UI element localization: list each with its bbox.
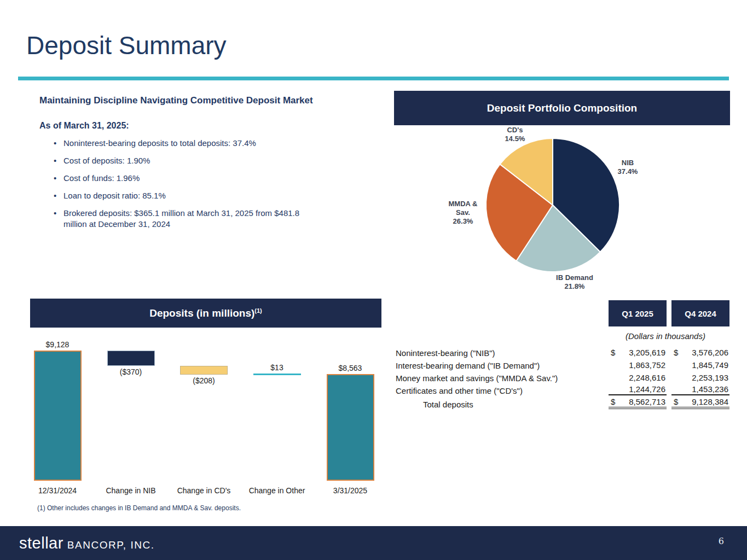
pie-label-cd-s: CD's14.5% xyxy=(505,126,525,143)
dollar-sign: $ xyxy=(674,397,678,406)
table-row: Certificates and other time ("CD's")1,24… xyxy=(396,383,729,395)
cell-value: 1,244,726 xyxy=(629,384,665,394)
table-column-header-q4-2024: Q4 2024 xyxy=(671,300,729,326)
table-cell: 1,453,236 xyxy=(671,384,729,395)
table-column-header-q1-2025: Q1 2025 xyxy=(609,300,667,326)
table-cell: 2,248,616 xyxy=(609,373,667,383)
deposits-table: Noninterest-bearing ("NIB")$3,205,619$3,… xyxy=(396,345,729,409)
left-panel-bullet-list: Noninterest-bearing deposits to total de… xyxy=(53,138,326,236)
waterfall-category-label: 3/31/2025 xyxy=(333,486,367,495)
waterfall-bar-change-in-nib xyxy=(107,351,155,366)
logo-wordmark: stellar xyxy=(19,534,63,552)
pie-label-nib: NIB37.4% xyxy=(618,159,638,176)
footer-bar: stellar BANCORP, INC. 6 xyxy=(0,526,747,560)
pie-label-ib-demand: IB Demand21.8% xyxy=(556,273,593,291)
waterfall-value-label: $13 xyxy=(270,363,283,372)
logo-suffix: BANCORP, INC. xyxy=(67,539,155,551)
page-title: Deposit Summary xyxy=(26,31,227,60)
row-label: Interest-bearing demand ("IB Demand") xyxy=(396,361,609,370)
left-panel-heading: Maintaining Discipline Navigating Compet… xyxy=(39,95,313,106)
table-cell: 1,845,749 xyxy=(671,360,729,370)
table-units-note: (Dollars in thousands) xyxy=(597,331,734,341)
waterfall-bar-3-31-2025 xyxy=(327,374,374,481)
table-cell: $9,128,384 xyxy=(671,397,729,409)
table-row: Money market and savings ("MMDA & Sav.")… xyxy=(396,370,729,383)
deposits-waterfall-chart: $9,12812/31/2024($370)Change in NIB($208… xyxy=(30,328,381,499)
stellar-bancorp-logo: stellar BANCORP, INC. xyxy=(19,534,154,552)
waterfall-category-label: Change in CD's xyxy=(177,486,231,495)
left-panel-subheading: As of March 31, 2025: xyxy=(39,121,129,131)
cell-value: 2,253,193 xyxy=(692,373,728,382)
dollar-sign: $ xyxy=(611,397,615,406)
page-number: 6 xyxy=(719,536,724,546)
dollar-sign: $ xyxy=(674,348,678,357)
waterfall-bar-change-in-other xyxy=(253,374,301,375)
waterfall-value-label: $9,128 xyxy=(46,340,70,349)
bullet-item: Noninterest-bearing deposits to total de… xyxy=(53,138,326,149)
cell-value: 2,248,616 xyxy=(629,373,665,382)
row-label: Money market and savings ("MMDA & Sav.") xyxy=(396,374,609,383)
waterfall-category-label: Change in Other xyxy=(249,486,305,495)
deposit-composition-pie-chart xyxy=(471,123,635,287)
cell-value: 9,128,384 xyxy=(692,397,728,406)
dollar-sign: $ xyxy=(611,348,615,357)
waterfall-panel-header: Deposits (in millions)(1) xyxy=(30,299,381,328)
cell-value: 1,863,752 xyxy=(629,360,665,370)
table-cell: $8,562,713 xyxy=(609,397,667,409)
waterfall-panel-title: Deposits (in millions)(1) xyxy=(149,307,262,319)
pie-label-mmda-sav-: MMDA &Sav.26.3% xyxy=(449,200,478,226)
cell-value: 1,845,749 xyxy=(692,360,728,370)
cell-value: 3,205,619 xyxy=(629,348,665,357)
waterfall-value-label: ($208) xyxy=(193,376,215,385)
row-label: Total deposits xyxy=(396,400,609,409)
cell-value: 3,576,206 xyxy=(692,348,728,357)
table-cell: $3,205,619 xyxy=(609,348,667,358)
slide: Deposit Summary Maintaining Discipline N… xyxy=(0,0,747,560)
cell-value: 1,453,236 xyxy=(692,384,728,394)
pie-panel-header: Deposit Portfolio Composition xyxy=(394,91,730,125)
waterfall-category-label: 12/31/2024 xyxy=(38,486,77,495)
waterfall-category-label: Change in NIB xyxy=(106,486,155,495)
table-row: Noninterest-bearing ("NIB")$3,205,619$3,… xyxy=(396,345,729,358)
waterfall-value-label: $8,563 xyxy=(339,364,362,372)
table-row: Total deposits$8,562,713$9,128,384 xyxy=(396,396,729,409)
bullet-item: Cost of deposits: 1.90% xyxy=(53,155,326,166)
footnote-marker: (1) xyxy=(254,307,262,313)
bullet-item: Loan to deposit ratio: 85.1% xyxy=(53,190,326,201)
waterfall-bar-change-in-cd-s xyxy=(180,366,228,375)
row-label: Certificates and other time ("CD's") xyxy=(396,386,609,395)
pie-panel-title: Deposit Portfolio Composition xyxy=(487,102,637,114)
chart-footnote: (1) Other includes changes in IB Demand … xyxy=(37,504,241,512)
waterfall-value-label: ($370) xyxy=(120,368,142,376)
row-label: Noninterest-bearing ("NIB") xyxy=(396,348,609,358)
table-cell: $3,576,206 xyxy=(671,348,729,358)
table-cell: 2,253,193 xyxy=(671,373,729,383)
bullet-item: Cost of funds: 1.96% xyxy=(53,173,326,184)
table-cell: 1,863,752 xyxy=(609,360,667,370)
cell-value: 8,562,713 xyxy=(629,397,665,406)
table-cell: 1,244,726 xyxy=(609,384,667,395)
title-divider-rule xyxy=(18,77,729,80)
bullet-item: Brokered deposits: $365.1 million at Mar… xyxy=(53,208,321,230)
waterfall-bar-12-31-2024 xyxy=(34,351,82,481)
table-row: Interest-bearing demand ("IB Demand")1,8… xyxy=(396,358,729,370)
